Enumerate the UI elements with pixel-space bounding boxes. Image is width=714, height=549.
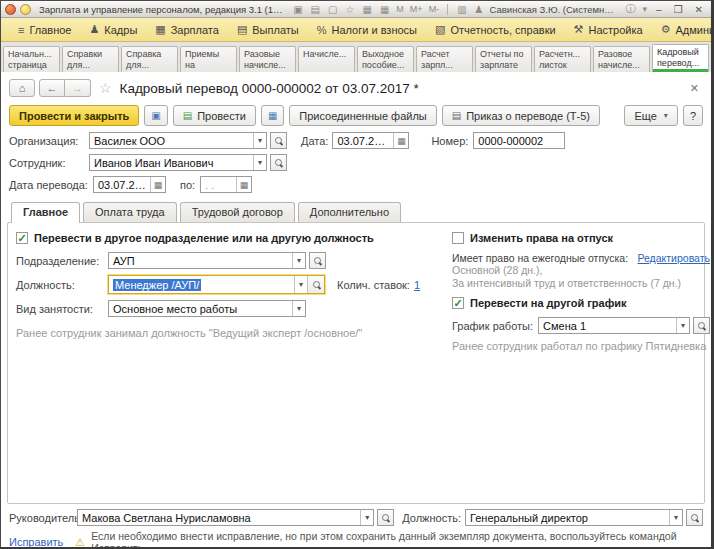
tab-razovye[interactable]: Разовыеначисле...: [239, 46, 296, 72]
close-window-button[interactable]: ✕: [691, 4, 707, 15]
menu-main[interactable]: Главное: [9, 21, 80, 39]
calendar-picker-icon[interactable]: [150, 177, 165, 192]
attached-files-button[interactable]: Присоединенные файлы: [289, 105, 436, 126]
menu-salary[interactable]: Зарплата: [146, 20, 228, 39]
transfer-date-field[interactable]: 03.07.2017: [93, 176, 166, 193]
tab-razovoe[interactable]: Разовоеначисле...: [593, 46, 650, 72]
info-icon[interactable]: [624, 2, 638, 16]
tab-additional[interactable]: Дополнительно: [298, 202, 401, 222]
transfer-checkbox-row[interactable]: Перевести в другое подразделение или на …: [16, 232, 442, 244]
favorites-star-icon[interactable]: [343, 4, 356, 15]
memory-mplus-button[interactable]: M+: [409, 4, 424, 14]
open-icon: [697, 321, 706, 330]
post-button[interactable]: Провести: [173, 105, 256, 126]
fix-hint-text: Если необходимо внести исправление, но п…: [91, 530, 703, 549]
tab-raschet[interactable]: Расчетзарпл...: [416, 46, 473, 72]
date-field[interactable]: 03.07.2017: [332, 132, 409, 149]
open-icon: [690, 513, 699, 522]
print-icon[interactable]: [309, 4, 322, 15]
menu-payments[interactable]: Выплаты: [228, 20, 308, 39]
calculator-icon: [155, 23, 165, 36]
save-icon[interactable]: [291, 4, 304, 15]
main-menu-icon[interactable]: [20, 4, 31, 15]
dropdown-arrow-icon[interactable]: [253, 133, 266, 148]
tab-pay[interactable]: Оплата труда: [83, 202, 177, 222]
schedule-combo[interactable]: Смена 1: [538, 317, 690, 334]
tab-contract[interactable]: Трудовой договор: [180, 202, 295, 222]
tab-priemy[interactable]: Приемына работу,...: [180, 46, 237, 72]
menu-reports[interactable]: Отчетность, справки: [426, 20, 565, 39]
organization-combo[interactable]: Василек ООО: [89, 132, 267, 149]
tab-spravki[interactable]: Справкидля...: [62, 46, 119, 72]
close-document-icon[interactable]: ✕: [686, 82, 703, 95]
tab-raschetn-listok[interactable]: Расчетн...листок: [534, 46, 591, 72]
manager-combo[interactable]: Макова Светлана Нурисламовна: [77, 509, 374, 526]
dropdown-arrow-icon[interactable]: [669, 510, 682, 525]
schedule-checkbox[interactable]: [452, 297, 464, 309]
number-field[interactable]: 0000-000002: [473, 132, 565, 149]
employee-open-button[interactable]: [270, 154, 287, 171]
calendar-picker-icon[interactable]: [393, 133, 408, 148]
table-settings-icon[interactable]: [455, 4, 468, 15]
tab-main[interactable]: Главное: [11, 202, 80, 223]
dropdown-arrow-icon[interactable]: [360, 510, 373, 525]
manager-open-button[interactable]: [377, 509, 394, 526]
tab-spravka[interactable]: Справкадля...: [121, 46, 178, 72]
dropdown-arrow-icon[interactable]: [292, 253, 305, 268]
preview-icon[interactable]: [326, 4, 339, 15]
calendar-icon[interactable]: [360, 4, 373, 15]
memory-m-button[interactable]: M: [395, 4, 405, 14]
tab-vyhodnoe[interactable]: Выходноепособие...: [357, 46, 414, 72]
to-date-field[interactable]: . .: [200, 176, 252, 193]
menu-personnel[interactable]: Кадры: [80, 20, 146, 39]
manager-position-open-button[interactable]: [686, 509, 703, 526]
forward-button[interactable]: [65, 79, 91, 97]
fix-link[interactable]: Исправить: [9, 536, 63, 548]
home-button[interactable]: [9, 79, 35, 97]
transfer-checkbox[interactable]: [16, 232, 28, 244]
vacation-checkbox[interactable]: [452, 232, 464, 244]
organization-open-button[interactable]: [270, 132, 287, 149]
help-button[interactable]: ?: [683, 105, 703, 126]
tab-otchety[interactable]: Отчеты позарплате: [475, 46, 532, 72]
favorite-star-icon[interactable]: [99, 80, 112, 96]
menu-administration[interactable]: Администрирование: [652, 20, 714, 39]
info-dropdown-icon[interactable]: ▾: [642, 4, 649, 14]
tab-nachisle[interactable]: Начисле...: [298, 46, 355, 72]
employment-combo[interactable]: Основное место работы: [108, 300, 306, 317]
schedule-checkbox-row[interactable]: Перевести на другой график: [452, 297, 710, 309]
employee-combo[interactable]: Иванов Иван Иванович: [89, 154, 267, 171]
tab-kadrovy-perevod[interactable]: Кадровыйперевод...: [652, 44, 709, 72]
minimize-button[interactable]: –: [652, 4, 666, 15]
dropdown-arrow-icon[interactable]: [294, 276, 307, 293]
menu-taxes[interactable]: Налоги и взносы: [308, 21, 426, 39]
department-combo[interactable]: АУП: [108, 252, 306, 269]
calculator-icon[interactable]: [378, 4, 391, 15]
post-and-close-button[interactable]: Провести и закрыть: [9, 105, 139, 126]
tab-start-page[interactable]: Начальн...страница: [3, 46, 60, 72]
left-column: Перевести в другое подразделение или на …: [16, 229, 442, 339]
department-open-button[interactable]: [309, 252, 326, 269]
memory-mminus-button[interactable]: M-: [428, 4, 441, 14]
manager-position-combo[interactable]: Генеральный директор: [465, 509, 683, 526]
dropdown-arrow-icon[interactable]: [676, 318, 689, 333]
current-user: Савинская З.Ю. (Системный прог...: [490, 4, 620, 15]
position-open-button[interactable]: [307, 276, 324, 293]
calendar-picker-icon[interactable]: [236, 177, 251, 192]
app-logo-icon[interactable]: [5, 4, 16, 15]
more-button[interactable]: Еще▾: [624, 105, 677, 126]
schedule-open-button[interactable]: [693, 317, 710, 334]
menu-settings[interactable]: Настройка: [565, 20, 652, 39]
transfer-order-button[interactable]: Приказ о переводе (Т-5): [442, 105, 600, 126]
open-windows-tab-bar: Начальн...страница Справкидля... Справка…: [1, 42, 711, 72]
back-button[interactable]: [39, 79, 65, 97]
dropdown-arrow-icon[interactable]: [253, 155, 266, 170]
calculate-button[interactable]: [261, 105, 284, 126]
restore-button[interactable]: ❐: [670, 4, 687, 15]
vacation-checkbox-row[interactable]: Изменить права на отпуск: [452, 232, 710, 244]
edit-vacations-link[interactable]: Редактировать: [637, 252, 710, 264]
dropdown-arrow-icon[interactable]: [292, 301, 305, 316]
save-button[interactable]: [144, 105, 167, 126]
rates-link[interactable]: 1: [414, 279, 420, 291]
position-combo[interactable]: Менеджер /АУП/: [109, 276, 307, 293]
